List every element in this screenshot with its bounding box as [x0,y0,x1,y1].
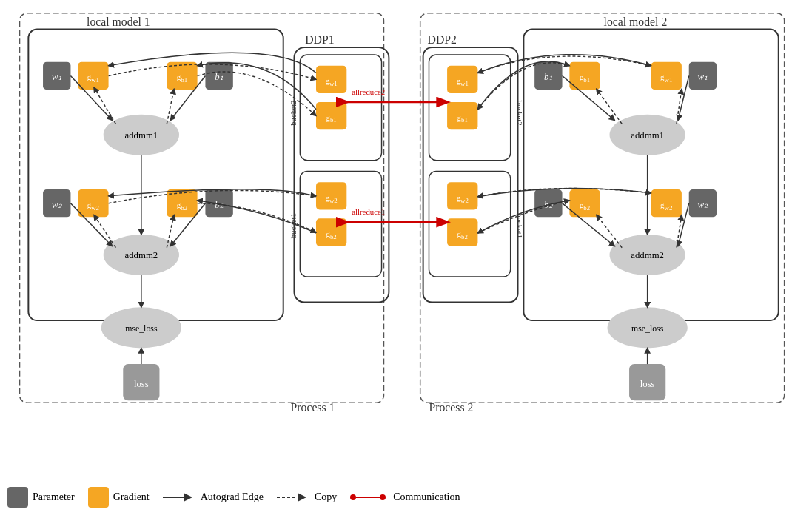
svg-rect-5 [423,47,518,302]
svg-point-28 [104,235,179,275]
svg-text:gb1: gb1 [580,73,590,84]
legend-autograd-label: Autograd Edge [201,491,264,503]
svg-rect-2 [28,30,283,321]
svg-rect-52 [569,62,600,90]
svg-rect-38 [316,182,346,209]
legend-grad-label: Gradient [113,491,150,503]
svg-rect-50 [534,62,562,90]
svg-text:addmm2: addmm2 [124,250,158,260]
svg-rect-54 [651,62,682,90]
svg-text:gw2: gw2 [660,201,672,212]
svg-line-82 [170,203,205,246]
svg-line-89 [678,75,689,120]
svg-line-88 [597,89,622,124]
svg-line-77 [170,75,205,120]
svg-line-94 [678,203,689,246]
legend: Parameter Gradient Autograd Edge Cop [7,487,460,508]
svg-point-58 [609,115,685,155]
svg-text:gw2: gw2 [326,193,338,204]
svg-point-30 [101,307,181,348]
svg-text:loss: loss [640,379,655,389]
svg-rect-9 [429,171,510,277]
svg-text:b₁: b₁ [544,72,553,82]
svg-rect-7 [300,171,381,277]
svg-rect-34 [316,66,346,93]
svg-point-68 [609,235,685,275]
svg-line-74 [94,87,116,124]
legend-param-icon [7,487,28,508]
legend-autograd: Autograd Edge [163,491,264,503]
legend-comm-label: Communication [393,491,460,503]
svg-rect-60 [534,189,562,217]
svg-text:gw1: gw1 [457,76,469,87]
svg-text:w₂: w₂ [698,200,709,210]
ddp1-bucket1-label: bucket1 [289,213,298,238]
svg-rect-1 [420,13,785,403]
svg-text:gw2: gw2 [457,193,469,204]
svg-line-81 [70,203,112,246]
svg-text:gw1: gw1 [87,73,99,84]
svg-rect-6 [300,55,381,161]
svg-rect-24 [167,189,197,217]
svg-rect-20 [43,189,70,217]
svg-text:w₁: w₁ [698,72,708,82]
svg-rect-32 [123,364,159,400]
svg-point-100 [350,494,356,500]
svg-text:addmm1: addmm1 [631,130,664,141]
svg-line-75 [167,89,174,124]
diagram-area: w₁ gw1 gb1 b₁ addmm1 w₂ gw2 gb2 b₂ addmm… [7,7,805,459]
local-model-2-label: local model 2 [604,16,668,28]
svg-text:b₂: b₂ [544,200,553,210]
svg-rect-26 [205,189,232,217]
allreduce2-label: allreduce2 [352,87,385,96]
svg-line-80 [167,215,174,247]
svg-rect-12 [78,62,108,90]
legend-parameter: Parameter [7,487,75,508]
local-model-1-label: local model 1 [87,16,150,28]
ddp1-label: DDP1 [305,33,334,46]
svg-text:w₂: w₂ [52,200,63,210]
svg-rect-42 [447,66,477,93]
legend-gradient: Gradient [88,487,150,508]
svg-text:mse_loss: mse_loss [631,323,664,334]
svg-text:loss: loss [134,379,149,389]
svg-line-93 [597,215,622,247]
svg-text:gb1: gb1 [177,73,187,84]
process1-label: Process 1 [291,401,335,414]
svg-rect-22 [78,189,108,217]
svg-rect-0 [20,13,384,403]
svg-text:gb1: gb1 [457,113,468,124]
svg-text:b₂: b₂ [215,200,224,210]
svg-text:gb2: gb2 [177,201,187,212]
svg-text:addmm1: addmm1 [124,130,158,141]
legend-param-label: Parameter [33,491,75,503]
svg-line-76 [70,75,112,120]
svg-rect-4 [294,47,389,302]
ddp1-bucket2-label: bucket2 [289,101,298,126]
svg-rect-56 [689,62,717,90]
svg-text:gb1: gb1 [326,113,337,124]
svg-rect-62 [569,189,600,217]
svg-rect-16 [205,62,232,90]
svg-text:b₁: b₁ [215,72,224,82]
svg-text:addmm2: addmm2 [631,250,664,260]
legend-grad-icon [88,487,109,508]
svg-text:gw1: gw1 [660,73,672,84]
svg-rect-72 [629,364,665,400]
svg-point-18 [104,115,179,155]
ddp2-bucket2-label: bucket2 [515,101,524,126]
legend-copy-label: Copy [315,491,337,503]
svg-line-95 [563,203,615,246]
allreduce1-label: allreduce1 [352,207,385,216]
svg-text:w₁: w₁ [52,72,62,82]
svg-rect-64 [651,189,682,217]
legend-copy: Copy [277,491,337,503]
svg-text:gb2: gb2 [457,229,468,240]
svg-text:gw1: gw1 [326,76,338,87]
svg-point-102 [380,494,386,500]
svg-line-92 [677,215,682,247]
svg-rect-36 [316,102,346,129]
process2-label: Process 2 [429,401,473,414]
svg-rect-8 [429,55,510,161]
svg-point-70 [608,307,688,348]
